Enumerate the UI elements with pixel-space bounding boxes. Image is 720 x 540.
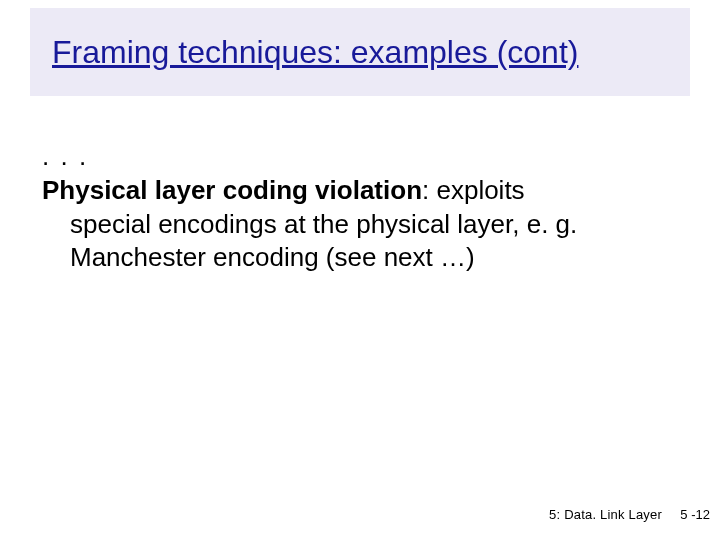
topic-rest-1: : exploits xyxy=(422,175,525,205)
title-band: Framing techniques: examples (cont) xyxy=(30,8,690,96)
footer-page-number: 5 -12 xyxy=(680,507,710,522)
topic-heading: Physical layer coding violation xyxy=(42,175,422,205)
leader-dots: . . . xyxy=(42,141,88,171)
footer-section: 5: Data. Link Layer xyxy=(549,507,662,522)
slide-title: Framing techniques: examples (cont) xyxy=(52,33,578,71)
slide: Framing techniques: examples (cont) . . … xyxy=(0,0,720,540)
topic-rest-3: Manchester encoding (see next …) xyxy=(42,241,660,275)
body-text: . . . Physical layer coding violation: e… xyxy=(42,140,660,275)
topic-rest-2: special encodings at the physical layer,… xyxy=(42,208,660,242)
